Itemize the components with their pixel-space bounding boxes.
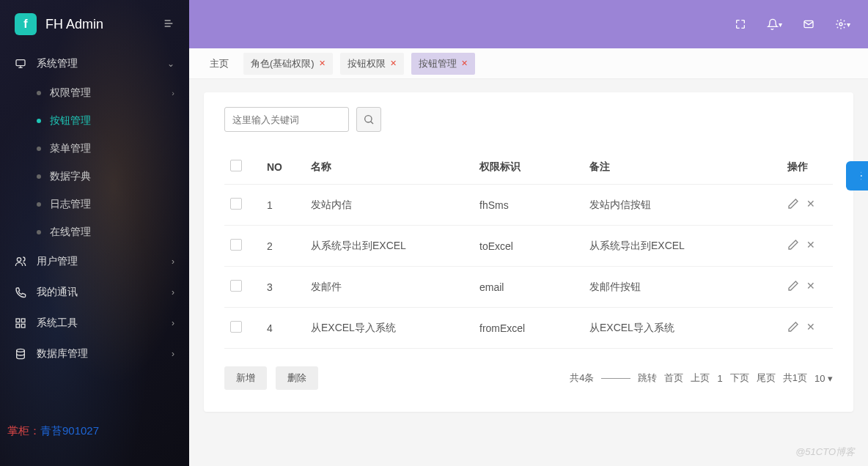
delete-icon[interactable]: ✕ <box>806 280 815 294</box>
watermark: @51CTO博客 <box>795 445 855 459</box>
nav-label: 数据库管理 <box>37 347 172 360</box>
table-row: 2从系统导出到EXCELtoExcel从系统导出到EXCEL✕ <box>224 226 833 267</box>
nav-sub-item-2[interactable]: 菜单管理 <box>25 135 189 163</box>
row-checkbox[interactable] <box>230 280 242 292</box>
col-name: 名称 <box>305 149 474 185</box>
cell-no: 3 <box>261 267 305 308</box>
close-icon[interactable]: ✕ <box>390 59 397 68</box>
edit-icon[interactable] <box>787 239 799 253</box>
close-icon[interactable]: ✕ <box>319 59 326 68</box>
edit-icon[interactable] <box>787 198 799 212</box>
cell-perm: email <box>474 267 584 308</box>
cell-remark: 发邮件按钮 <box>584 267 781 308</box>
total-count: 共4条 <box>570 371 594 385</box>
tab-2[interactable]: 按钮权限✕ <box>340 53 404 75</box>
fullscreen-icon[interactable] <box>735 18 746 30</box>
nav-group-2[interactable]: 我的通讯› <box>0 277 189 308</box>
dot-icon <box>37 202 41 207</box>
nav-sub-label: 权限管理 <box>50 86 91 100</box>
nav-label: 我的通讯 <box>37 286 172 299</box>
row-checkbox[interactable] <box>230 321 242 333</box>
cell-no: 1 <box>261 185 305 226</box>
nav-sub-item-1[interactable]: 按钮管理 <box>25 107 189 135</box>
svg-point-10 <box>856 174 858 177</box>
nav-group-4[interactable]: 数据库管理› <box>0 339 189 369</box>
monitor-icon <box>15 58 28 70</box>
edit-icon[interactable] <box>787 280 799 294</box>
cell-no: 4 <box>261 308 305 349</box>
page-count: 共1页 <box>783 371 807 385</box>
table-row: 3发邮件email发邮件按钮✕ <box>224 267 833 308</box>
nav-sub-label: 数据字典 <box>50 170 91 183</box>
cell-no: 2 <box>261 226 305 267</box>
dot-icon <box>37 91 41 95</box>
checkbox-all[interactable] <box>230 160 242 171</box>
cell-name: 发站内信 <box>305 185 474 226</box>
search-input[interactable] <box>224 107 349 132</box>
cell-remark: 从EXCEL导入系统 <box>584 308 781 349</box>
grid-icon <box>15 317 28 329</box>
delete-icon[interactable]: ✕ <box>806 321 815 335</box>
jump-label[interactable]: 跳转 <box>638 371 657 385</box>
cell-perm: fromExcel <box>474 308 584 349</box>
delete-icon[interactable]: ✕ <box>806 239 815 253</box>
topbar: ▾ ▾ <box>189 0 868 48</box>
dot-icon <box>37 174 41 179</box>
svg-point-9 <box>365 116 372 122</box>
cell-name: 从EXCEL导入系统 <box>305 308 474 349</box>
sidebar: f FH Admin 系统管理⌄权限管理›按钮管理菜单管理数据字典日志管理在线管… <box>0 0 189 466</box>
tab-label: 角色(基础权限) <box>251 57 315 70</box>
settings-icon[interactable]: ▾ <box>835 18 850 30</box>
chevron-right-icon: › <box>172 349 174 359</box>
search-button[interactable] <box>356 107 381 132</box>
nav-label: 用户管理 <box>37 255 172 268</box>
edit-icon[interactable] <box>787 321 799 335</box>
data-table: NO 名称 权限标识 备注 操作 1发站内信fhSms发站内信按钮✕2从系统导出… <box>224 149 833 349</box>
prev-page[interactable]: 上页 <box>691 371 710 385</box>
nav-sub-label: 在线管理 <box>50 226 91 239</box>
nav-sub-item-3[interactable]: 数据字典 <box>25 163 189 191</box>
col-ops: 操作 <box>781 149 833 185</box>
nav-sub-item-5[interactable]: 在线管理 <box>25 218 189 246</box>
svg-rect-4 <box>16 324 20 328</box>
database-icon <box>15 348 28 360</box>
users-icon <box>15 256 28 267</box>
tab-1[interactable]: 角色(基础权限)✕ <box>243 53 333 75</box>
nav-label: 系统工具 <box>37 317 172 330</box>
jump-input-line[interactable] <box>601 378 630 379</box>
tab-label: 按钮管理 <box>419 57 457 70</box>
sidebar-collapse-icon[interactable] <box>163 18 174 32</box>
svg-point-6 <box>17 349 25 352</box>
tab-0[interactable]: 主页 <box>202 53 236 75</box>
nav-sub-item-4[interactable]: 日志管理 <box>25 191 189 218</box>
row-checkbox[interactable] <box>230 198 242 210</box>
phone-icon <box>15 286 28 298</box>
add-button[interactable]: 新增 <box>224 366 267 390</box>
chevron-right-icon: › <box>172 89 174 97</box>
delete-icon[interactable]: ✕ <box>806 198 815 212</box>
svg-rect-3 <box>21 319 25 322</box>
first-page[interactable]: 首页 <box>664 371 683 385</box>
content-area: NO 名称 权限标识 备注 操作 1发站内信fhSms发站内信按钮✕2从系统导出… <box>189 79 868 466</box>
nav-group-0[interactable]: 系统管理⌄ <box>0 48 189 79</box>
theme-gear-tab[interactable] <box>846 161 868 191</box>
cell-remark: 从系统导出到EXCEL <box>584 226 781 267</box>
logo-badge: f <box>15 13 37 35</box>
svg-rect-5 <box>21 324 25 328</box>
next-page[interactable]: 下页 <box>730 371 749 385</box>
nav-group-3[interactable]: 系统工具› <box>0 308 189 339</box>
logo-row: f FH Admin <box>0 0 189 48</box>
row-checkbox[interactable] <box>230 239 242 251</box>
nav-label: 系统管理 <box>37 57 167 70</box>
page-size[interactable]: 10 ▾ <box>814 373 833 384</box>
bell-icon[interactable]: ▾ <box>767 18 782 30</box>
nav-sub-item-0[interactable]: 权限管理› <box>25 79 189 107</box>
svg-point-8 <box>839 23 842 26</box>
last-page[interactable]: 尾页 <box>757 371 776 385</box>
mail-icon[interactable] <box>803 18 814 30</box>
nav-group-1[interactable]: 用户管理› <box>0 246 189 277</box>
tab-3[interactable]: 按钮管理✕ <box>411 53 475 75</box>
cell-perm: fhSms <box>474 185 584 226</box>
delete-button[interactable]: 删除 <box>276 366 318 390</box>
close-icon[interactable]: ✕ <box>461 59 468 68</box>
